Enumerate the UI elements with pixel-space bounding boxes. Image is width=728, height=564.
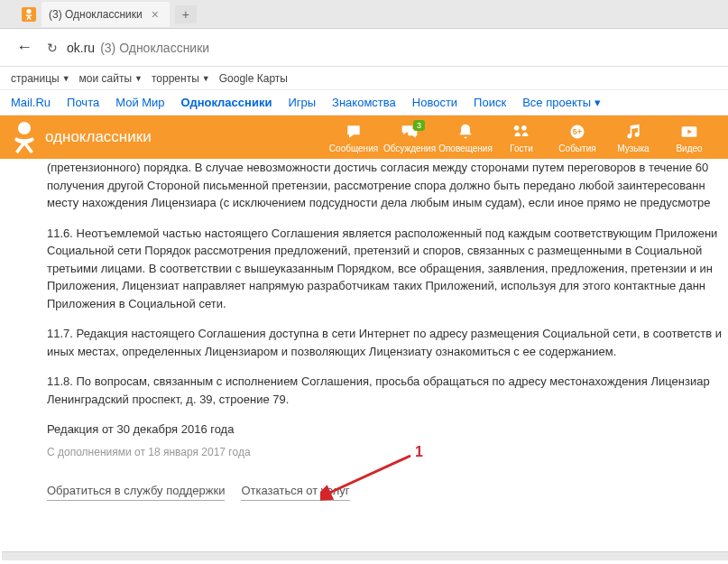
svg-point-1: [18, 122, 31, 134]
chevron-down-icon: ▼: [202, 74, 210, 83]
bookmark-item[interactable]: торренты▼: [152, 72, 210, 85]
nav-messages[interactable]: Сообщения: [326, 122, 382, 153]
mailru-link[interactable]: Новости: [412, 96, 457, 109]
nav-video[interactable]: Видео: [661, 122, 717, 153]
badge: 3: [413, 120, 425, 131]
chevron-down-icon: ▼: [134, 74, 143, 83]
tab-title: (3) Одноклассники: [49, 8, 143, 21]
mailru-link[interactable]: Все проекты ▾: [522, 96, 601, 109]
nav-events[interactable]: 5+ События: [549, 122, 605, 153]
ok-logo-icon: [11, 119, 38, 155]
footer-links: Обратиться в службу поддержки Отказаться…: [47, 482, 728, 502]
ok-header: одноклассники Сообщения 3 Обсуждения Опо…: [0, 116, 728, 159]
browser-tab[interactable]: (3) Одноклассники ×: [41, 2, 170, 27]
nav-discussions[interactable]: 3 Обсуждения: [382, 122, 438, 153]
nav-music[interactable]: Музыка: [605, 122, 661, 153]
bookmark-item[interactable]: Google Карты: [219, 72, 288, 85]
annotation-label-1: 1: [415, 444, 423, 460]
edition-date: Редакция от 30 декабря 2016 года: [47, 421, 728, 439]
svg-text:5+: 5+: [573, 127, 582, 136]
close-icon[interactable]: ×: [148, 7, 162, 22]
refresh-icon[interactable]: ↻: [47, 41, 58, 55]
video-icon: [680, 122, 698, 142]
mailru-link[interactable]: Почта: [67, 96, 99, 109]
address-bar: ← ↻ ok.ru (3) Одноклассники: [0, 29, 728, 67]
events-icon: 5+: [568, 122, 586, 142]
mailru-link[interactable]: Mail.Ru: [11, 96, 51, 109]
browser-tab-bar: (3) Одноклассники × +: [0, 0, 728, 29]
agreement-content: (претензионного) порядка. В случае невоз…: [0, 159, 728, 501]
url-field[interactable]: ok.ru (3) Одноклассники: [67, 41, 717, 55]
url-rest: (3) Одноклассники: [100, 41, 209, 55]
messages-icon: [345, 122, 363, 142]
nav-notifications[interactable]: Оповещения: [438, 122, 493, 153]
new-tab-button[interactable]: +: [175, 5, 197, 23]
nav-guests[interactable]: Гости: [493, 122, 549, 153]
support-link[interactable]: Обратиться в службу поддержки: [47, 482, 225, 502]
ok-logo[interactable]: одноклассники: [11, 119, 152, 155]
back-button[interactable]: ←: [11, 34, 38, 60]
amendment-date: С дополнениями от 18 января 2017 года: [47, 444, 728, 460]
svg-point-0: [26, 8, 31, 13]
bookmark-item[interactable]: мои сайты▼: [79, 72, 143, 85]
guests-icon: [512, 122, 530, 142]
agreement-paragraph: 11.8. По вопросам, связанным с исполнени…: [47, 373, 728, 408]
mailru-link[interactable]: Игры: [288, 96, 316, 109]
mailru-link[interactable]: Знакомства: [332, 96, 396, 109]
ok-nav: Сообщения 3 Обсуждения Оповещения Гости …: [326, 122, 717, 153]
refuse-services-link[interactable]: Отказаться от услуг: [241, 482, 349, 502]
window-border: [2, 551, 728, 560]
mailru-link[interactable]: Поиск: [474, 96, 506, 109]
agreement-paragraph: 11.7. Редакция настоящего Соглашения дос…: [47, 325, 728, 360]
ok-favicon-icon: [22, 7, 36, 22]
chevron-down-icon: ▼: [62, 74, 70, 83]
ok-logo-text: одноклассники: [45, 128, 152, 146]
mailru-link[interactable]: Мой Мир: [115, 96, 164, 109]
bookmark-item[interactable]: страницы▼: [11, 72, 70, 85]
bookmark-bar: страницы▼ мои сайты▼ торренты▼ Google Ка…: [0, 67, 728, 90]
url-domain: ok.ru: [67, 41, 95, 55]
agreement-paragraph: (претензионного) порядка. В случае невоз…: [47, 159, 728, 212]
agreement-paragraph: 11.6. Неотъемлемой частью настоящего Сог…: [47, 225, 728, 313]
mailru-link[interactable]: Одноклассники: [181, 96, 272, 109]
bell-icon: [456, 122, 475, 142]
music-icon: [624, 122, 642, 142]
mailru-bar: Mail.Ru Почта Мой Мир Одноклассники Игры…: [0, 90, 728, 116]
